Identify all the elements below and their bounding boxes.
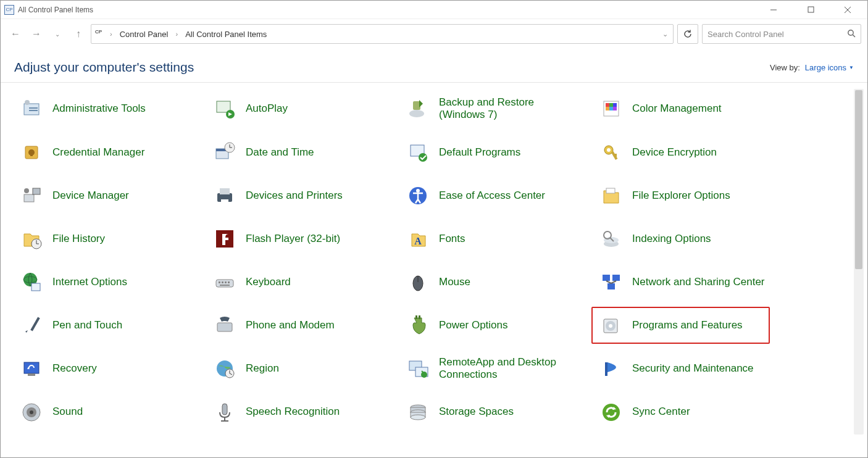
scrollbar[interactable] — [854, 89, 864, 435]
chevron-right-icon[interactable]: › — [174, 30, 179, 38]
cp-item-label: Internet Options — [52, 276, 127, 288]
minimize-button[interactable] — [762, 2, 785, 17]
scrollbar-thumb[interactable] — [855, 90, 862, 269]
cp-item[interactable]: Device Encryption — [595, 138, 788, 167]
breadcrumb-seg[interactable]: All Control Panel Items — [183, 28, 269, 40]
sync-center-icon — [599, 400, 624, 425]
forward-button[interactable]: → — [28, 25, 45, 43]
up-button[interactable]: ↑ — [70, 25, 87, 43]
breadcrumb-seg[interactable]: Control Panel — [117, 28, 171, 40]
power-options-icon — [406, 313, 430, 338]
cp-item[interactable]: Programs and Features — [591, 307, 770, 344]
remoteapp-icon — [406, 356, 430, 381]
svg-rect-62 — [220, 285, 230, 286]
cp-item-label: Sync Center — [632, 406, 690, 418]
cp-item[interactable]: Security and Maintenance — [595, 354, 788, 384]
cp-item[interactable]: Credential Manager — [15, 138, 209, 167]
cp-item[interactable]: AFonts — [402, 224, 595, 254]
cp-item[interactable]: Mouse — [402, 267, 595, 297]
back-button[interactable]: ← — [7, 25, 24, 43]
cp-item[interactable]: Network and Sharing Center — [595, 267, 788, 297]
maximize-button[interactable] — [799, 2, 822, 17]
device-encryption-icon — [599, 140, 624, 165]
cp-item[interactable]: Backup and Restore (Windows 7) — [402, 94, 595, 124]
cp-item[interactable]: File Explorer Options — [595, 181, 788, 210]
toolbar: ← → ⌄ ↑ CP › Control Panel › All Control… — [1, 19, 867, 49]
cp-item-label: Power Options — [439, 319, 508, 331]
search-input[interactable] — [707, 30, 847, 39]
cp-item-label: Sound — [52, 406, 83, 418]
cp-item[interactable]: Pen and Touch — [15, 310, 209, 340]
cp-item[interactable]: Sync Center — [595, 398, 788, 427]
svg-rect-19 — [606, 107, 609, 110]
device-manager-icon — [19, 183, 44, 208]
close-button[interactable] — [837, 2, 859, 17]
cp-item[interactable]: Flash Player (32-bit) — [209, 224, 402, 254]
chevron-right-icon[interactable]: › — [109, 30, 114, 38]
control-panel-icon: CP — [4, 5, 14, 15]
view-by-dropdown[interactable]: Large icons ▼ — [805, 63, 854, 72]
security-maintenance-icon — [599, 356, 624, 381]
content-area: Administrative ToolsAutoPlayBackup and R… — [1, 86, 867, 438]
svg-point-7 — [25, 100, 30, 105]
backup-icon — [406, 96, 430, 121]
refresh-button[interactable] — [677, 24, 698, 44]
svg-rect-40 — [220, 188, 230, 194]
cp-item[interactable]: Indexing Options — [595, 224, 788, 254]
svg-point-31 — [419, 153, 427, 162]
cp-item[interactable]: Ease of Access Center — [402, 181, 595, 210]
svg-rect-73 — [217, 323, 232, 331]
cp-item[interactable]: File History — [15, 224, 209, 254]
svg-rect-93 — [222, 404, 227, 415]
cp-item[interactable]: Date and Time — [209, 138, 402, 167]
cp-item[interactable]: Power Options — [402, 310, 595, 340]
cp-item-label: Administrative Tools — [52, 102, 146, 115]
svg-point-4 — [848, 30, 853, 35]
cp-item-label: AutoPlay — [246, 102, 288, 115]
autoplay-icon — [212, 96, 237, 121]
cp-item[interactable]: Speech Recognition — [209, 398, 402, 427]
chevron-down-icon[interactable]: ⌄ — [661, 30, 669, 38]
svg-rect-71 — [30, 317, 40, 331]
cp-item[interactable]: Default Programs — [402, 138, 595, 167]
recent-dropdown-button[interactable]: ⌄ — [49, 25, 66, 43]
view-by-value: Large icons — [805, 63, 846, 72]
svg-rect-17 — [609, 103, 613, 107]
window-title: All Control Panel Items — [18, 6, 93, 14]
cp-item-label: Color Management — [632, 102, 722, 115]
flash-player-icon — [212, 227, 237, 251]
cp-item[interactable]: Internet Options — [15, 267, 209, 297]
region-icon — [212, 356, 237, 381]
sound-icon — [19, 400, 44, 425]
cp-item[interactable]: RemoteApp and Desktop Connections — [402, 354, 595, 384]
search-box[interactable] — [702, 24, 861, 44]
cp-item[interactable]: Keyboard — [209, 267, 402, 297]
svg-point-33 — [607, 148, 611, 152]
cp-item[interactable]: Phone and Modem — [209, 310, 402, 340]
svg-rect-67 — [612, 275, 620, 281]
cp-item[interactable]: Administrative Tools — [15, 94, 209, 124]
search-icon[interactable] — [847, 29, 856, 40]
cp-item[interactable]: Recovery — [15, 354, 209, 384]
cp-item-label: Region — [246, 362, 279, 375]
svg-line-69 — [606, 281, 611, 283]
fonts-icon: A — [406, 227, 430, 251]
page-title: Adjust your computer's settings — [14, 60, 194, 75]
cp-item[interactable]: Storage Spaces — [402, 398, 595, 427]
cp-item[interactable]: Region — [209, 354, 402, 384]
cp-item[interactable]: Sound — [15, 398, 209, 427]
cp-item[interactable]: AutoPlay — [209, 94, 402, 124]
svg-point-88 — [421, 372, 427, 378]
cp-item-label: Storage Spaces — [439, 406, 514, 418]
header-row: Adjust your computer's settings View by:… — [1, 49, 867, 82]
cp-item-label: Phone and Modem — [246, 319, 335, 331]
internet-options-icon — [19, 270, 44, 294]
cp-item[interactable]: Device Manager — [15, 181, 209, 210]
svg-rect-16 — [606, 103, 609, 107]
cp-item[interactable]: Color Management — [595, 94, 788, 124]
cp-item[interactable]: Devices and Printers — [209, 181, 402, 210]
cp-item-label: Device Manager — [52, 189, 129, 202]
address-bar[interactable]: CP › Control Panel › All Control Panel I… — [91, 24, 674, 44]
programs-features-icon — [599, 313, 624, 338]
cp-item-label: RemoteApp and Desktop Connections — [439, 356, 581, 381]
